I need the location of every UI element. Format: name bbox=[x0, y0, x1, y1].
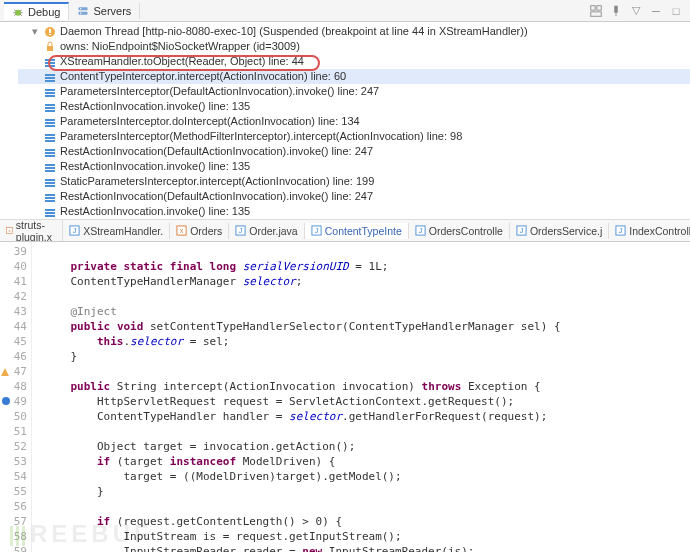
svg-text:J: J bbox=[418, 226, 422, 235]
code-line: ContentTypeHandler handler = selector.ge… bbox=[44, 409, 688, 424]
editor-tab-label: OrdersControlle bbox=[429, 225, 503, 237]
java-file-icon: J bbox=[69, 225, 80, 236]
editor-tab[interactable]: xOrders bbox=[170, 223, 229, 239]
svg-rect-51 bbox=[45, 212, 55, 214]
stackframe-icon bbox=[44, 191, 56, 203]
editor-tab[interactable]: JXStreamHandler. bbox=[63, 223, 170, 239]
svg-rect-21 bbox=[45, 62, 55, 64]
thread-row[interactable]: ▾Daemon Thread [http-nio-8080-exec-10] (… bbox=[18, 24, 690, 39]
thread-icon bbox=[44, 26, 56, 38]
svg-line-5 bbox=[14, 14, 16, 16]
editor-tab[interactable]: JOrdersService.j bbox=[510, 223, 609, 239]
svg-rect-36 bbox=[45, 137, 55, 139]
stack-frame[interactable]: ContentTypeInterceptor.intercept(ActionI… bbox=[18, 69, 690, 84]
view-menu-icon[interactable]: ▽ bbox=[628, 3, 644, 19]
frame-label: ParametersInterceptor(DefaultActionInvoc… bbox=[60, 84, 379, 99]
svg-line-3 bbox=[14, 9, 16, 11]
frame-label: ParametersInterceptor(MethodFilterInterc… bbox=[60, 129, 462, 144]
breakpoint-icon[interactable] bbox=[2, 397, 10, 405]
code-line: ContentTypeHandlerManager selector; bbox=[44, 274, 688, 289]
stackframe-icon bbox=[44, 56, 56, 68]
stack-frame[interactable]: RestActionInvocation(DefaultActionInvoca… bbox=[18, 144, 690, 159]
servers-tab[interactable]: Servers bbox=[69, 3, 140, 19]
svg-text:J: J bbox=[73, 226, 77, 235]
stack-frame[interactable]: RestActionInvocation.invoke() line: 135 bbox=[18, 159, 690, 174]
line-number: 54 bbox=[0, 469, 27, 484]
line-number: 39 bbox=[0, 244, 27, 259]
editor-tab-bar: xstruts-plugin.xJXStreamHandler.xOrdersJ… bbox=[0, 220, 690, 242]
stack-frame[interactable]: XStreamHandler.toObject(Reader, Object) … bbox=[18, 54, 690, 69]
line-number: 59 bbox=[0, 544, 27, 552]
svg-rect-23 bbox=[45, 74, 55, 76]
svg-rect-46 bbox=[45, 185, 55, 187]
code-editor[interactable]: 3940414243444546474849505152535455565758… bbox=[0, 242, 690, 552]
line-number: 56 bbox=[0, 499, 27, 514]
code-line: } bbox=[44, 484, 688, 499]
svg-rect-41 bbox=[45, 164, 55, 166]
stack-frame[interactable]: RestActionInvocation.invoke() line: 135 bbox=[18, 204, 690, 219]
line-number: 48 bbox=[0, 379, 27, 394]
line-number: 46 bbox=[0, 349, 27, 364]
code-line: target = ((ModelDriven)target).getModel(… bbox=[44, 469, 688, 484]
stack-frame[interactable]: ParametersInterceptor(MethodFilterInterc… bbox=[18, 129, 690, 144]
stack-frame[interactable]: RestActionInvocation(DefaultActionInvoca… bbox=[18, 189, 690, 204]
debug-tab[interactable]: Debug bbox=[4, 2, 69, 20]
editor-tab-label: IndexControll bbox=[629, 225, 690, 237]
frame-label: XStreamHandler.toObject(Reader, Object) … bbox=[60, 54, 304, 69]
editor-tab-label: Orders bbox=[190, 225, 222, 237]
svg-rect-18 bbox=[49, 34, 51, 35]
svg-rect-29 bbox=[45, 104, 55, 106]
owns-row[interactable]: owns: NioEndpoint$NioSocketWrapper (id=3… bbox=[18, 39, 690, 54]
stackframe-icon bbox=[44, 176, 56, 188]
maximize-icon[interactable]: □ bbox=[668, 3, 684, 19]
svg-rect-44 bbox=[45, 179, 55, 181]
code-line: if (target instanceof ModelDriven) { bbox=[44, 454, 688, 469]
debug-tab-label: Debug bbox=[28, 6, 60, 18]
code-line bbox=[44, 424, 688, 439]
code-line: public void setContentTypeHandlerSelecto… bbox=[44, 319, 688, 334]
stack-frame[interactable]: RestActionInvocation.invoke() line: 135 bbox=[18, 99, 690, 114]
layout-icon[interactable] bbox=[588, 3, 604, 19]
stack-frame[interactable]: ParametersInterceptor(DefaultActionInvoc… bbox=[18, 84, 690, 99]
svg-rect-40 bbox=[45, 155, 55, 157]
svg-rect-14 bbox=[614, 5, 618, 12]
editor-code[interactable]: private static final long serialVersionU… bbox=[32, 242, 690, 552]
editor-tab[interactable]: JContentTypeInte bbox=[305, 223, 409, 239]
minimize-icon[interactable]: ─ bbox=[648, 3, 664, 19]
svg-rect-34 bbox=[45, 125, 55, 127]
svg-rect-28 bbox=[45, 95, 55, 97]
svg-rect-47 bbox=[45, 194, 55, 196]
editor-tab[interactable]: JOrdersControlle bbox=[409, 223, 510, 239]
svg-rect-11 bbox=[591, 5, 595, 9]
java-file-icon: J bbox=[235, 225, 246, 236]
servers-tab-label: Servers bbox=[93, 5, 131, 17]
svg-rect-52 bbox=[45, 215, 55, 217]
stackframe-icon bbox=[44, 71, 56, 83]
svg-rect-35 bbox=[45, 134, 55, 136]
stack-frame[interactable]: CheckboxInterceptor.intercept(ActionInvo… bbox=[18, 219, 690, 220]
pin-icon[interactable] bbox=[608, 3, 624, 19]
editor-tab-label: struts-plugin.x bbox=[16, 220, 56, 242]
editor-tab-label: ContentTypeInte bbox=[325, 225, 402, 237]
editor-tab[interactable]: JIndexControll bbox=[609, 223, 690, 239]
frame-label: StaticParametersInterceptor.intercept(Ac… bbox=[60, 174, 374, 189]
frame-label: ParametersInterceptor.doIntercept(Action… bbox=[60, 114, 360, 129]
svg-rect-50 bbox=[45, 209, 55, 211]
java-file-icon: J bbox=[516, 225, 527, 236]
stack-frame[interactable]: ParametersInterceptor.doIntercept(Action… bbox=[18, 114, 690, 129]
code-line: Object target = invocation.getAction(); bbox=[44, 439, 688, 454]
server-icon bbox=[77, 5, 89, 17]
svg-rect-20 bbox=[45, 59, 55, 61]
editor-tab[interactable]: JOrder.java bbox=[229, 223, 304, 239]
frame-label: RestActionInvocation.invoke() line: 135 bbox=[60, 99, 250, 114]
svg-rect-19 bbox=[47, 46, 53, 51]
stack-frame[interactable]: StaticParametersInterceptor.intercept(Ac… bbox=[18, 174, 690, 189]
java-file-icon: J bbox=[615, 225, 626, 236]
svg-line-6 bbox=[20, 14, 22, 16]
stackframe-icon bbox=[44, 146, 56, 158]
line-number: 52 bbox=[0, 439, 27, 454]
expander-icon[interactable]: ▾ bbox=[30, 27, 40, 37]
editor-tab[interactable]: xstruts-plugin.x bbox=[0, 220, 63, 242]
svg-rect-33 bbox=[45, 122, 55, 124]
code-line bbox=[44, 244, 688, 259]
